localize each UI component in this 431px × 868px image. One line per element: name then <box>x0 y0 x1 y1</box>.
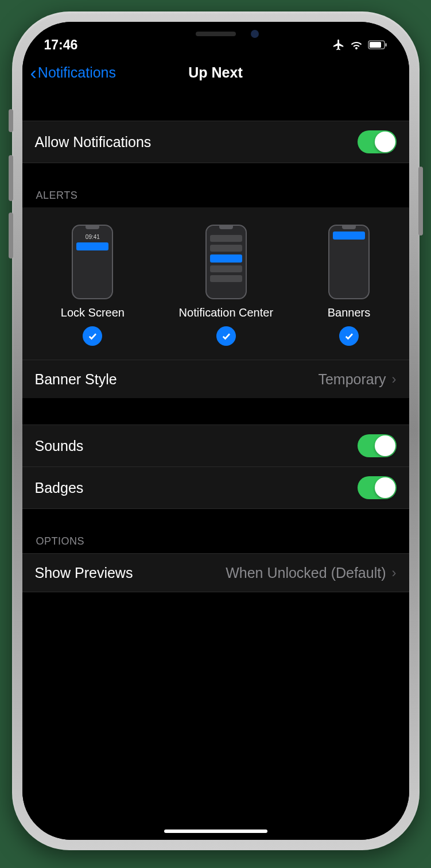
wifi-icon <box>350 39 363 51</box>
show-previews-value: When Unlocked (Default) <box>226 565 386 581</box>
check-icon <box>344 331 354 341</box>
sounds-row: Sounds <box>22 425 409 467</box>
nav-bar: ‹ Notifications Up Next <box>22 56 409 88</box>
power-button <box>418 167 423 236</box>
allow-label: Allow Notifications <box>35 134 152 151</box>
device-frame: 17:46 ‹ Notifications Up Next A <box>12 11 420 850</box>
screen: 17:46 ‹ Notifications Up Next A <box>22 22 409 840</box>
show-previews-label: Show Previews <box>35 565 133 581</box>
options-header: OPTIONS <box>22 535 409 553</box>
back-button[interactable]: ‹ Notifications <box>30 61 117 84</box>
notification-center-mock-icon <box>205 225 247 299</box>
banner-style-value: Temporary <box>318 371 386 388</box>
alert-option-lock-screen[interactable]: 09:41 Lock Screen <box>61 225 125 346</box>
sounds-label: Sounds <box>35 438 84 454</box>
check-icon <box>221 331 231 341</box>
badges-switch[interactable] <box>358 476 397 499</box>
chevron-right-icon: › <box>392 371 397 387</box>
airplane-icon <box>332 38 345 51</box>
lock-screen-check <box>83 326 102 346</box>
status-time: 17:46 <box>44 37 78 53</box>
volume-down <box>9 213 13 259</box>
back-label: Notifications <box>38 64 116 81</box>
alert-option-notification-center[interactable]: Notification Center <box>179 225 274 346</box>
allow-notifications-switch[interactable] <box>358 130 397 153</box>
alert-option-banners[interactable]: Banners <box>328 225 371 346</box>
device-notch <box>135 22 296 46</box>
svg-rect-2 <box>385 43 387 47</box>
silence-switch <box>9 109 13 132</box>
check-icon <box>87 331 98 341</box>
battery-icon <box>368 40 387 49</box>
banners-label: Banners <box>328 306 371 319</box>
chevron-left-icon: ‹ <box>30 61 37 84</box>
allow-notifications-row: Allow Notifications <box>22 121 409 163</box>
chevron-right-icon: › <box>392 565 397 581</box>
volume-up <box>9 155 13 201</box>
notification-center-check <box>216 326 236 346</box>
banners-check <box>339 326 359 346</box>
alerts-header: ALERTS <box>22 190 409 207</box>
page-title: Up Next <box>188 64 242 81</box>
banner-style-row[interactable]: Banner Style Temporary › <box>22 360 409 398</box>
svg-rect-1 <box>370 42 381 48</box>
lock-screen-label: Lock Screen <box>61 306 125 319</box>
home-indicator[interactable] <box>164 830 267 833</box>
banners-mock-icon <box>328 225 370 299</box>
lock-screen-mock-icon: 09:41 <box>72 225 113 299</box>
badges-label: Badges <box>35 480 84 496</box>
sounds-switch[interactable] <box>358 434 397 457</box>
notification-center-label: Notification Center <box>179 306 274 319</box>
show-previews-row[interactable]: Show Previews When Unlocked (Default) › <box>22 554 409 592</box>
banner-style-label: Banner Style <box>35 371 117 388</box>
badges-row: Badges <box>22 467 409 508</box>
